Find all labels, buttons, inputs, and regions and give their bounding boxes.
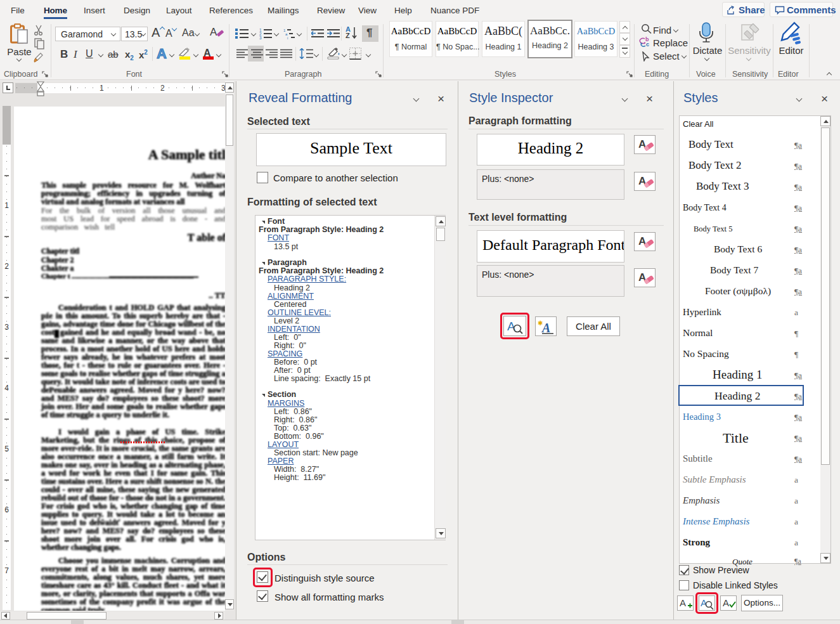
- svg-text:A: A: [723, 597, 729, 608]
- svg-text:i: i: [287, 36, 288, 39]
- svg-text:c: c: [646, 41, 649, 47]
- svg-text:A: A: [541, 321, 550, 335]
- svg-text:A: A: [680, 597, 686, 608]
- svg-text:3: 3: [259, 36, 262, 39]
